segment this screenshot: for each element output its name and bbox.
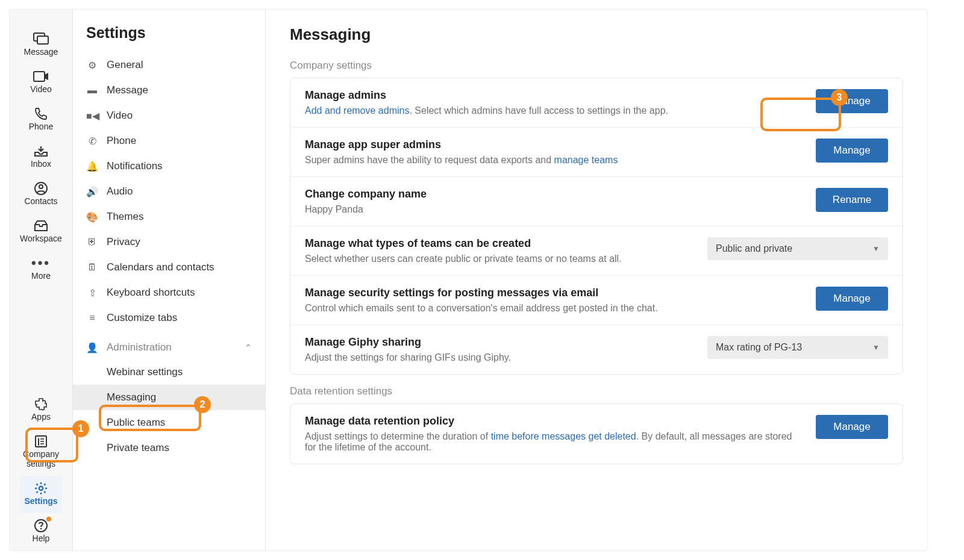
- giphy-rating-select[interactable]: Max rating of PG-13▼: [707, 336, 888, 359]
- nav-phone[interactable]: ✆Phone: [73, 128, 265, 154]
- row-title: Manage data retention policy: [305, 415, 804, 428]
- videocam-icon: ■◀: [86, 110, 98, 122]
- nav-sub-messaging[interactable]: Messaging: [73, 385, 265, 410]
- link-manage-teams[interactable]: manage teams: [554, 155, 618, 165]
- nav-group-administration[interactable]: 👤 Administration ⌃: [73, 331, 265, 359]
- rename-button[interactable]: Rename: [816, 188, 888, 212]
- select-value: Public and private: [716, 243, 792, 254]
- row-title: Manage security settings for posting mes…: [305, 287, 804, 299]
- rail-item-message[interactable]: Message: [20, 26, 62, 64]
- team-types-select[interactable]: Public and private▼: [707, 237, 888, 260]
- nav-privacy[interactable]: ⛨Privacy: [73, 229, 265, 255]
- svg-line-17: [37, 491, 38, 493]
- rail-item-apps[interactable]: Apps: [20, 391, 62, 429]
- rail-item-video[interactable]: Video: [20, 64, 62, 101]
- help-icon: [34, 518, 48, 534]
- speaker-icon: 🔊: [86, 186, 98, 198]
- nav-label: Calendars and contacts: [107, 261, 214, 273]
- nav-group-label: Administration: [107, 341, 172, 353]
- nav-label: Keyboard shortcuts: [107, 287, 195, 299]
- nav-label: Phone: [107, 135, 136, 147]
- rail-item-contacts[interactable]: Contacts: [20, 176, 62, 213]
- chat-icon: [33, 31, 49, 47]
- manage-retention-button[interactable]: Manage: [816, 415, 888, 439]
- manage-super-admins-button[interactable]: Manage: [816, 138, 888, 163]
- nav-sub-webinar[interactable]: Webinar settings: [73, 359, 265, 385]
- calendar-icon: 🗓: [86, 262, 98, 273]
- nav-themes[interactable]: 🎨Themes: [73, 204, 265, 229]
- row-title: Manage admins: [305, 89, 804, 102]
- nav-notifications[interactable]: 🔔Notifications: [73, 154, 265, 179]
- nav-label: Themes: [107, 211, 143, 223]
- svg-point-4: [39, 185, 43, 188]
- main-content: Messaging Company settings Manage admins…: [266, 10, 927, 550]
- settings-nav: Settings ⚙General ▬Message ■◀Video ✆Phon…: [73, 10, 266, 550]
- gear-icon: [34, 481, 48, 496]
- row-desc: Control which emails sent to a conversat…: [305, 303, 804, 314]
- row-title: Change company name: [305, 188, 804, 201]
- chevron-up-icon: ⌃: [245, 343, 252, 352]
- manage-admins-button[interactable]: Manage: [816, 89, 888, 113]
- nav-label: Message: [107, 84, 148, 96]
- row-super-admins: Manage app super admins Super admins hav…: [290, 127, 903, 176]
- svg-point-20: [40, 528, 42, 529]
- nav-label: Customize tabs: [107, 312, 177, 324]
- nav-label: Notifications: [107, 160, 163, 172]
- nav-general[interactable]: ⚙General: [73, 52, 265, 78]
- rail-item-phone[interactable]: Phone: [20, 101, 62, 138]
- svg-line-16: [44, 491, 45, 493]
- nav-keyboard[interactable]: ⇧Keyboard shortcuts: [73, 280, 265, 305]
- link-retention-time[interactable]: time before messages get deleted: [491, 431, 636, 441]
- rail-item-company-settings[interactable]: Company settings: [20, 429, 62, 476]
- link-add-remove-admins[interactable]: Add and remove admins.: [305, 105, 412, 116]
- rail-label: Settings: [24, 496, 57, 506]
- row-company-name: Change company name Happy Panda Rename: [290, 176, 903, 226]
- rail-label: Help: [33, 534, 50, 543]
- nav-calendars[interactable]: 🗓Calendars and contacts: [73, 255, 265, 280]
- gear-icon: ⚙: [86, 60, 98, 71]
- row-desc: Adjust the settings for sharing GIFs usi…: [305, 352, 695, 363]
- row-giphy: Manage Giphy sharing Adjust the settings…: [290, 325, 903, 374]
- rail-item-inbox[interactable]: Inbox: [20, 138, 62, 176]
- nav-sub-private-teams[interactable]: Private teams: [73, 435, 265, 461]
- shield-icon: ⛨: [86, 237, 98, 247]
- rail-item-settings[interactable]: Settings: [20, 476, 62, 513]
- rail-label: Inbox: [31, 159, 51, 169]
- rail-label: Contacts: [24, 196, 57, 206]
- nav-rail: Message Video Phone Inbox: [10, 10, 73, 550]
- nav-video[interactable]: ■◀Video: [73, 103, 265, 128]
- rail-label: Company settings: [20, 449, 62, 468]
- manage-email-security-button[interactable]: Manage: [816, 287, 888, 311]
- row-desc-text: Adjust settings to determine the duratio…: [305, 431, 491, 441]
- company-settings-card: Manage admins Add and remove admins. Sel…: [290, 78, 903, 375]
- rail-item-help[interactable]: Help: [20, 513, 62, 550]
- more-icon: •••: [31, 255, 51, 271]
- nav-label: Audio: [107, 185, 133, 198]
- app-frame: Message Video Phone Inbox: [9, 9, 928, 551]
- nav-sub-public-teams[interactable]: Public teams: [73, 410, 265, 435]
- workspace-icon: [34, 218, 48, 234]
- rail-item-workspace[interactable]: Workspace: [20, 213, 62, 250]
- annotation-badge-3: 3: [831, 89, 848, 106]
- contacts-icon: [34, 181, 48, 196]
- handset-icon: ✆: [86, 135, 98, 147]
- admin-icon: 👤: [86, 342, 98, 353]
- row-desc: Super admins have the ability to request…: [305, 155, 804, 166]
- row-title: Manage Giphy sharing: [305, 336, 695, 349]
- row-title: Manage what types of teams can be create…: [305, 237, 695, 250]
- rail-label: Message: [24, 47, 58, 57]
- row-retention-policy: Manage data retention policy Adjust sett…: [290, 404, 903, 464]
- settings-title: Settings: [73, 24, 265, 52]
- nav-audio[interactable]: 🔊Audio: [73, 179, 265, 204]
- nav-customize-tabs[interactable]: ≡Customize tabs: [73, 305, 265, 331]
- section-company-settings: Company settings: [290, 60, 903, 72]
- row-team-types: Manage what types of teams can be create…: [290, 226, 903, 275]
- chevron-down-icon: ▼: [872, 244, 880, 253]
- rail-item-more[interactable]: ••• More: [20, 250, 62, 288]
- svg-line-18: [44, 484, 45, 485]
- svg-line-15: [37, 484, 38, 485]
- phone-icon: [34, 106, 48, 122]
- page-title: Messaging: [290, 25, 903, 44]
- annotation-badge-1: 1: [72, 420, 89, 437]
- nav-message[interactable]: ▬Message: [73, 78, 265, 103]
